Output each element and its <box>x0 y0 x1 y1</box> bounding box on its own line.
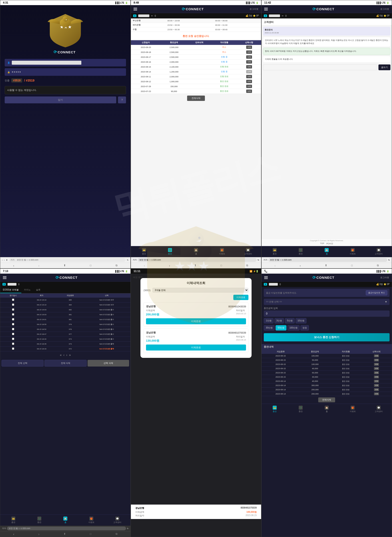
bookmark-icon-1[interactable]: □ <box>90 264 91 267</box>
nav-home-4[interactable]: 🏠 홈 <box>52 515 78 526</box>
nav-event-6[interactable]: 🎁 이벤트 <box>340 404 366 415</box>
question-button[interactable]: ? <box>118 97 126 103</box>
last-page-btn[interactable]: » <box>69 353 71 357</box>
delete-btn[interactable]: 삭제 <box>246 89 252 93</box>
nav-charge-3[interactable]: 💳 충전 <box>261 246 288 257</box>
row-checkbox[interactable] <box>12 308 14 311</box>
url-bar-3[interactable]: 보안 안 됨 — c-320.com <box>268 258 387 262</box>
nav-cs-3[interactable]: 💬 고객센터 <box>366 246 392 257</box>
row-checkbox[interactable] <box>12 342 14 345</box>
nav-cs-2[interactable]: 💬 고객센터 <box>235 246 261 257</box>
url-bar-2[interactable]: 보안 안 됨 — c-320.com <box>138 258 257 262</box>
delete-all-btn-4[interactable]: 전체 삭제 <box>44 360 86 367</box>
row-checkbox[interactable] <box>12 332 14 335</box>
next-btn-1[interactable]: › <box>38 264 39 267</box>
del-btn[interactable]: 삭제 <box>374 380 379 383</box>
forward-btn-1[interactable]: › <box>4 259 5 261</box>
nav-home-6[interactable]: 🏠 홈 <box>313 404 340 415</box>
edit-icon-3[interactable]: ✏ <box>282 15 284 17</box>
prev-page-btn[interactable]: ‹ <box>63 353 65 357</box>
edit-icon-2[interactable]: ✏ <box>151 15 153 17</box>
row-checkbox[interactable] <box>12 328 14 331</box>
prev-btn-1[interactable]: ‹ <box>13 264 14 267</box>
transfer-done-btn-1[interactable]: 이체완료 <box>146 318 246 324</box>
reload-btn-1[interactable]: ↻ <box>127 259 129 261</box>
delete-btn[interactable]: 삭제 <box>246 85 252 88</box>
first-page-btn[interactable]: « <box>60 353 62 357</box>
row-checkbox[interactable] <box>12 313 14 316</box>
password-dots[interactable]: ••••• <box>12 70 21 74</box>
logout-btn-6[interactable]: 로그아웃 <box>380 276 389 279</box>
del-btn[interactable]: 삭제 <box>374 376 379 378</box>
url-bar-4[interactable]: 보안 안 됨 — c-320.com <box>7 527 126 530</box>
del-btn[interactable]: 삭제 <box>374 367 379 370</box>
delete-all-btn-6[interactable]: 전체삭제 <box>318 397 335 402</box>
nav-exchange-2[interactable]: 💱 환전 <box>157 246 183 257</box>
del-btn[interactable]: 삭제 <box>374 355 379 357</box>
select-all-btn[interactable]: 전체 선택 <box>2 360 44 367</box>
amount-btn-5[interactable]: 30만원 <box>264 325 275 331</box>
amount-btn-1[interactable]: 1만원 <box>264 318 274 323</box>
row-checkbox[interactable] <box>12 303 14 306</box>
amount-btn-4[interactable]: 10만원 <box>296 318 306 323</box>
transfer-query-btn[interactable]: 이체완료 <box>233 295 248 300</box>
pc-btn[interactable]: PC버전 <box>327 242 333 245</box>
del-btn[interactable]: 삭제 <box>374 384 379 387</box>
period-filter[interactable]: 3개월·전체 <box>152 288 249 293</box>
delete-btn[interactable]: 삭제 <box>246 65 252 68</box>
share-icon-1[interactable]: ⬆ <box>64 264 66 267</box>
dropdown-icon[interactable]: ▼ <box>385 300 387 304</box>
nav-cs-6[interactable]: 💬 고객센터 <box>366 404 392 415</box>
nav-exchange-3[interactable]: 💱 환전 <box>288 246 313 257</box>
logout-btn-2[interactable]: 로그아웃 <box>250 8 258 11</box>
row-checkbox[interactable] <box>12 318 14 321</box>
del-btn[interactable]: 삭제 <box>374 359 379 361</box>
selection-delete-btn[interactable]: 선택 삭제 <box>88 360 129 367</box>
amount-btn-7[interactable]: 100만원 <box>287 325 299 331</box>
share-btn-1[interactable]: ⬆ <box>6 259 8 261</box>
nav-exchange-6[interactable]: 💱 환전 <box>288 404 313 415</box>
nav-charge-2[interactable]: 💳 충전 <box>131 246 157 257</box>
del-btn[interactable]: 삭제 <box>374 371 379 374</box>
nav-charge-6[interactable]: 💳 충전 <box>261 404 288 415</box>
delete-btn[interactable]: 삭제 <box>246 75 252 78</box>
nav-event-3[interactable]: 🎁 이벤트 <box>340 246 366 257</box>
reload-btn-2[interactable]: ↻ <box>257 259 259 261</box>
nav-home-3[interactable]: 🏠 홈 <box>313 246 340 257</box>
delete-all-btn-2[interactable]: 전체삭제 <box>187 96 205 101</box>
del-btn[interactable]: 삭제 <box>374 392 379 395</box>
delete-btn[interactable]: 삭제 <box>246 46 252 49</box>
transfer-done-btn-2[interactable]: 이체완료 <box>146 345 246 350</box>
nav-exchange-4[interactable]: 💱 환전 <box>26 515 52 526</box>
amount-btn-reset[interactable]: 정정 <box>300 325 309 331</box>
back-btn-1[interactable]: ‹ <box>2 259 3 261</box>
hamburger-menu-4[interactable] <box>3 276 6 279</box>
delete-btn[interactable]: 삭제 <box>246 55 252 59</box>
tab-powerball[interactable]: EOSS분 파워볼 <box>0 287 21 293</box>
hamburger-menu-3[interactable] <box>264 8 268 10</box>
top-btn[interactable]: TOP <box>320 242 324 245</box>
close-button[interactable]: 닫기 <box>5 97 116 103</box>
amount-btn-2[interactable]: 3만원 <box>275 318 284 323</box>
row-checkbox[interactable] <box>12 298 14 301</box>
amount-btn-6[interactable]: 50만원 <box>275 325 286 331</box>
pw-confirm-btn[interactable]: 출금비밀번호 확인 <box>366 290 387 295</box>
row-checkbox[interactable] <box>12 323 14 326</box>
del-btn[interactable]: 삭제 <box>374 388 379 391</box>
nav-event-4[interactable]: 🎁 이벤트 <box>79 515 104 526</box>
delete-btn[interactable]: 삭제 <box>246 51 252 54</box>
amount-display[interactable]: 0 <box>264 311 390 317</box>
row-checkbox[interactable] <box>12 337 14 340</box>
username-input-value[interactable] <box>12 61 81 65</box>
nav-event-2[interactable]: 🎁 이벤트 <box>209 246 235 257</box>
row-checkbox[interactable] <box>12 347 14 350</box>
logout-btn-3[interactable]: 로그아웃 <box>380 8 389 11</box>
nav-charge-4[interactable]: 💳 충전 <box>0 515 26 526</box>
nav-cs-4[interactable]: 💬 고객센터 <box>104 515 131 526</box>
del-btn[interactable]: 삭제 <box>374 363 379 366</box>
amount-btn-3[interactable]: 5만원 <box>285 318 295 323</box>
deposit-submit-btn[interactable]: 보너스 충전 신청하기 <box>264 333 390 341</box>
reply-input[interactable] <box>263 65 377 70</box>
tab-slot[interactable]: 슬롯 <box>33 287 43 293</box>
hamburger-menu-2[interactable] <box>134 8 137 10</box>
